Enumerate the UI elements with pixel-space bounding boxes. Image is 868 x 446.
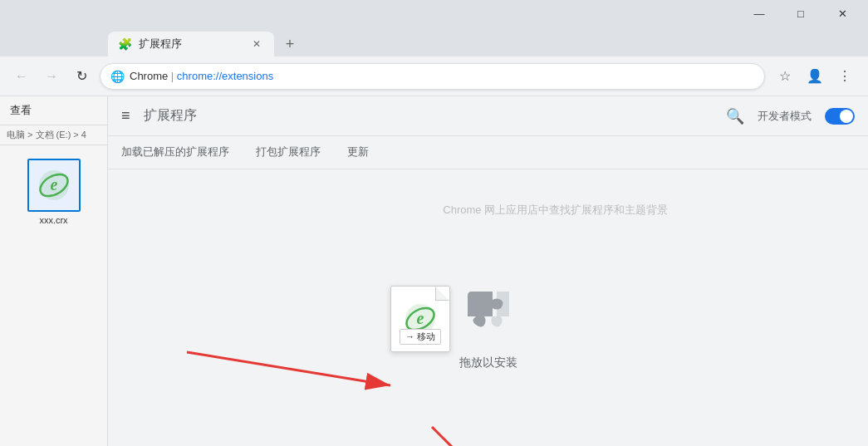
security-icon: 🌐 xyxy=(110,70,125,83)
tab-icon: 🧩 xyxy=(118,37,132,51)
extensions-tab[interactable]: 🧩 扩展程序 ✕ xyxy=(108,32,274,56)
new-tab-button[interactable]: + xyxy=(277,32,302,56)
minimize-button[interactable]: — xyxy=(740,0,778,27)
drop-label: 拖放以安装 xyxy=(459,355,517,370)
svg-line-6 xyxy=(187,352,390,385)
extensions-page: ≡ 扩展程序 🔍 开发者模式 加载已解压的扩展程序 打包扩展程序 更新 Chro… xyxy=(108,96,868,446)
sidebar-header: 查看 xyxy=(0,96,107,125)
address-actions: ☆ 👤 ⋮ xyxy=(772,63,858,90)
file-sidebar: 查看 电脑 > 文档 (E:) > 4 e xxx.crx xyxy=(0,96,108,446)
bookmark-button[interactable]: ☆ xyxy=(772,63,798,90)
maximize-button[interactable]: □ xyxy=(782,0,820,27)
puzzle-icon xyxy=(455,279,522,346)
extensions-header: ≡ 扩展程序 🔍 开发者模式 xyxy=(108,96,868,136)
titlebar: — □ ✕ xyxy=(0,0,868,27)
refresh-button[interactable]: ↻ xyxy=(70,65,93,88)
dragging-file: e → 移动 xyxy=(390,286,450,352)
tabbar: 🧩 扩展程序 ✕ + xyxy=(0,27,868,56)
hamburger-icon[interactable]: ≡ xyxy=(121,107,130,125)
drop-zone-area: Chrome 网上应用店中查找扩展程序和主题背景 e → 移动 xyxy=(108,169,868,446)
extensions-title: 扩展程序 xyxy=(144,107,197,125)
extensions-subnav: 加载已解压的扩展程序 打包扩展程序 更新 xyxy=(108,136,868,169)
dragging-file-icon: e → 移动 xyxy=(390,286,450,352)
url-path: chrome://extensions xyxy=(177,70,273,82)
dev-mode-label: 开发者模式 xyxy=(758,109,812,124)
crx-file-icon: e xyxy=(27,159,81,212)
url-bar[interactable]: 🌐 Chrome | chrome://extensions xyxy=(100,63,765,90)
load-unpacked-button[interactable]: 加载已解压的扩展程序 xyxy=(121,145,229,161)
breadcrumb: 电脑 > 文档 (E:) > 4 xyxy=(0,125,107,145)
tab-title: 扩展程序 xyxy=(139,37,243,51)
browser-content: 查看 电脑 > 文档 (E:) > 4 e xxx.crx ≡ 扩展程序 xyxy=(0,96,868,446)
file-area: e xxx.crx xyxy=(0,145,107,446)
svg-line-7 xyxy=(432,427,498,446)
drop-hint-text: Chrome 网上应用店中查找扩展程序和主题背景 xyxy=(443,203,668,218)
move-badge: → 移动 xyxy=(400,329,441,345)
back-button[interactable]: ← xyxy=(10,65,33,88)
search-icon[interactable]: 🔍 xyxy=(726,107,744,125)
menu-button[interactable]: ⋮ xyxy=(831,63,858,90)
url-brand: Chrome xyxy=(130,70,168,82)
svg-text:e: e xyxy=(50,175,57,194)
svg-text:e: e xyxy=(417,309,424,327)
forward-button[interactable]: → xyxy=(40,65,63,88)
addressbar: ← → ↻ 🌐 Chrome | chrome://extensions ☆ 👤… xyxy=(0,56,868,96)
drop-center: 拖放以安装 xyxy=(455,279,522,370)
update-button[interactable]: 更新 xyxy=(347,145,369,161)
account-button[interactable]: 👤 xyxy=(802,63,828,90)
file-label: xxx.crx xyxy=(39,215,67,225)
dev-mode-toggle[interactable] xyxy=(825,108,855,125)
pack-extension-button[interactable]: 打包扩展程序 xyxy=(256,145,321,161)
url-text: Chrome | chrome://extensions xyxy=(130,70,754,82)
close-button[interactable]: ✕ xyxy=(823,0,861,27)
ie-logo-icon: e xyxy=(36,167,72,203)
crx-file-item[interactable]: e xxx.crx xyxy=(27,159,81,225)
tab-close-button[interactable]: ✕ xyxy=(249,37,264,51)
